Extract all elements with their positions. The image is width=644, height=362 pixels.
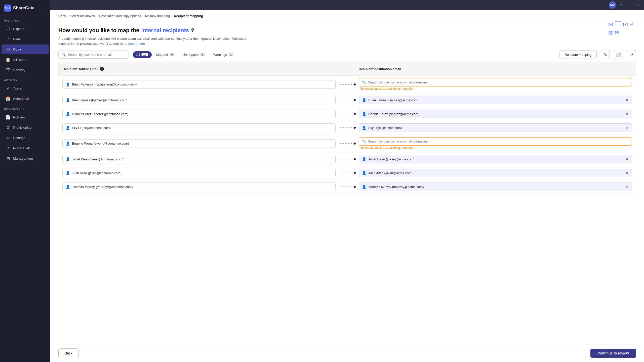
main-area: MV ? ─ □ ✕ Copy › Select mailboxes › Des… [50, 0, 644, 362]
page-title: How would you like to map the internal r… [58, 27, 636, 34]
connector-cell-6 [340, 173, 355, 173]
migration-section-label: MIGRATION [0, 15, 50, 24]
sidebar-item-provisioning[interactable]: ⚙ Provisioning [2, 123, 49, 132]
settings-icon: ⚙ [6, 135, 11, 140]
breadcrumb-copy[interactable]: Copy [58, 14, 66, 18]
export-button[interactable]: ↗ [627, 50, 636, 59]
sidebar-item-management[interactable]: ⊞ Management [2, 154, 49, 163]
connector-dot [354, 158, 356, 160]
clear-mapping-button[interactable]: ✕ [626, 112, 629, 116]
edit-mapping-button[interactable]: ✎ [601, 50, 610, 59]
close-button[interactable]: ✕ [637, 3, 640, 7]
explore-icon: ⊙ [6, 26, 11, 31]
filter-tab-warnings[interactable]: Warnings 1 [210, 51, 237, 58]
dest-user-icon: 👤 [362, 157, 366, 161]
mapping-table: 👤 Brian Patterson (bpatterson@contonso.c… [50, 76, 644, 344]
minimize-button[interactable]: ─ [625, 3, 628, 7]
breadcrumb-sep-2: › [96, 14, 97, 18]
scheduled-icon: 📅 [6, 96, 11, 101]
clear-mapping-button[interactable]: ✕ [626, 98, 629, 102]
table-row: 👤 Eugene Wong (ewong@contonso.com) 🔍 No … [58, 135, 636, 152]
help-button[interactable]: ? [620, 3, 622, 7]
tasks-icon: ✔ [6, 86, 11, 91]
source-cell-7: 👤 Thomas Murray (tmurray@contonso.com) [58, 182, 340, 192]
dest-email: Janet Dean (jdean@acme.com) [368, 157, 415, 161]
sidebar-item-tasks[interactable]: ✔ Tasks [2, 83, 49, 93]
tab-mapped-label: Mapped [156, 53, 168, 57]
sidebar-item-label: Policies [13, 115, 25, 119]
col-dest-header: Recipient destination email [355, 65, 636, 73]
sidebar-item-label: Copy [13, 48, 21, 51]
dest-search-icon: 🔍 [362, 140, 366, 143]
table-row: 👤 Juan Allen (jallen@contonso.com) 👤 Jua… [58, 166, 636, 180]
source-email-box: 👤 Janet Dean (jdean@contonso.com) [62, 155, 336, 163]
dashed-line [340, 187, 355, 187]
tab-warnings-label: Warnings [213, 53, 227, 57]
connector-cell-7 [340, 187, 355, 187]
copy-icon: ⬡ [6, 47, 11, 52]
sidebar-item-label: Plan [13, 37, 20, 41]
dest-user-icon: 👤 [362, 171, 366, 175]
table-row: 👤 Elly Li (eli@contonso.com) 👤 Elly Li (… [58, 121, 636, 135]
source-cell-5: 👤 Janet Dean (jdean@contonso.com) [58, 154, 340, 164]
dest-search-input[interactable] [368, 80, 629, 84]
footer: Back Continue to review [50, 344, 644, 362]
title-highlight: internal recipients [141, 27, 189, 34]
source-email: Eugene Wong (ewong@contonso.com) [72, 142, 129, 145]
avatar[interactable]: MV [609, 1, 616, 9]
import-button[interactable]: ⬜ [614, 50, 623, 59]
breadcrumb-dest-options[interactable]: Destination and copy options [99, 14, 141, 18]
back-button[interactable]: Back [58, 348, 79, 358]
clear-mapping-button[interactable]: ✕ [626, 171, 629, 175]
source-email-box: 👤 Eugene Wong (ewong@contonso.com) [62, 139, 336, 148]
connector-cell-1 [340, 100, 355, 100]
dest-user-icon: 👤 [362, 126, 366, 130]
page-description: Properly mapping internal recipients wil… [58, 36, 255, 46]
search-box[interactable]: 🔍 [58, 51, 129, 59]
source-user-icon: 👤 [66, 98, 70, 102]
sidebar-item-explore[interactable]: ⊙ Explore [2, 24, 49, 34]
continue-button[interactable]: Continue to review [590, 349, 636, 358]
sidebar-item-plan[interactable]: ↗ Plan [2, 34, 49, 44]
maximize-button[interactable]: □ [631, 3, 633, 7]
dest-cell-3: 👤 Elly Li (eli@acme.com) ✕ [355, 122, 636, 133]
search-input[interactable] [68, 53, 118, 57]
sidebar-item-reports[interactable]: 📋 All reports [2, 55, 49, 65]
sidebar-item-policies[interactable]: 📄 Policies [2, 112, 49, 122]
learn-more-link[interactable]: Learn more [128, 42, 145, 46]
sidebar-item-label: Explore [13, 27, 25, 31]
filter-tab-unmapped[interactable]: Unmapped 3 [179, 51, 209, 58]
source-email: Janet Dean (jdean@contonso.com) [72, 157, 124, 161]
sidebar-item-powershell[interactable]: ↗ Powershell [2, 143, 49, 153]
source-user-icon: 👤 [66, 185, 70, 189]
connector-dot [354, 186, 356, 188]
search-icon: 🔍 [62, 53, 66, 57]
sidebar-item-security[interactable]: 🛡 Security [2, 65, 49, 75]
source-user-icon: 👤 [66, 82, 70, 86]
sidebar-item-scheduled[interactable]: 📅 Scheduled [2, 94, 49, 104]
dest-search-box[interactable]: 🔍 [359, 137, 632, 146]
dest-search-icon: 🔍 [362, 80, 366, 84]
run-auto-mapping-button[interactable]: Run auto-mapping [559, 51, 597, 59]
col-source-info-icon[interactable]: i [100, 67, 104, 71]
dest-search-box[interactable]: 🔍 [359, 78, 632, 86]
dashed-line [340, 100, 355, 100]
security-icon: 🛡 [6, 68, 11, 72]
clear-mapping-button[interactable]: ✕ [626, 126, 629, 130]
titlebar-controls: MV ? ─ □ ✕ [609, 1, 640, 9]
col-source-label: Recipient source email [63, 67, 98, 71]
connector-dot [354, 143, 356, 145]
breadcrumb-select-mailboxes[interactable]: Select mailboxes [70, 14, 95, 18]
breadcrumb-mailbox-mapping[interactable]: Mailbox mapping [145, 14, 170, 18]
connector-cell-3 [340, 127, 355, 128]
clear-mapping-button[interactable]: ✕ [626, 157, 629, 161]
connector-cell-4 [340, 143, 355, 144]
source-email-box: 👤 Juan Allen (jallen@contonso.com) [62, 169, 336, 177]
sidebar-item-copy[interactable]: ⬡ Copy [2, 44, 49, 54]
connector-dot [354, 99, 356, 101]
clear-mapping-button[interactable]: ✕ [626, 185, 629, 189]
dest-search-input[interactable] [368, 140, 629, 143]
filter-tab-mapped[interactable]: Mapped 6 [153, 51, 178, 58]
filter-tab-all[interactable]: All 10 [133, 51, 152, 58]
sidebar-item-settings[interactable]: ⚙ Settings [2, 133, 49, 143]
